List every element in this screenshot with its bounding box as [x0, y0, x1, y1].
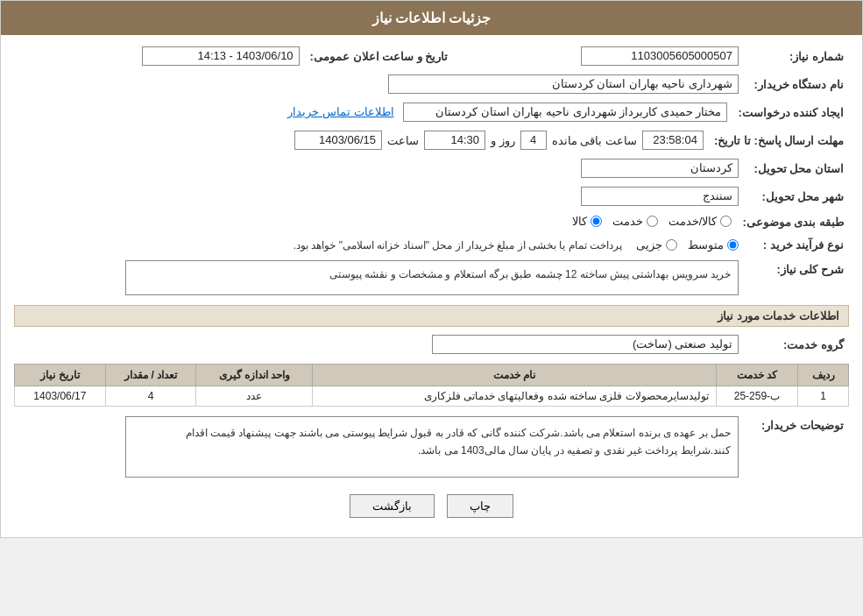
tarikh-value-cell: 1403/06/10 - 14:13 [14, 44, 305, 68]
tosif-value-cell: حمل بر عهده ی برنده استعلام می باشد.شرکت… [14, 414, 744, 480]
ostan-value-cell: کردستان [14, 156, 744, 181]
shomara-niaz-value: 1103005605000507 [581, 46, 739, 66]
row-ejad: ایجاد کننده درخواست: مختار حمیدی کاربردا… [14, 100, 849, 124]
farband-motovaset[interactable]: متوسط [688, 238, 739, 251]
row-shahr: شهر محل تحویل: سنندج [14, 184, 849, 209]
header-title: جزئیات اطلاعات نیاز [372, 11, 492, 25]
ostan-label: استان محل تحویل: [744, 156, 849, 181]
tabaqe-khedmat[interactable]: خدمت [612, 215, 658, 228]
mohlet-value-cell: 23:58:04 ساعت باقی مانده 4 روز و 14:30 س… [14, 128, 709, 152]
farband-jozi[interactable]: جزیی [636, 238, 677, 251]
row-farband: نوع فرآیند خرید : متوسط جزیی پرداخت تمام… [14, 236, 849, 254]
cell-name: تولیدسایرمحصولات فلزی ساخته شده وفعالیته… [313, 386, 716, 407]
col-vahed: واحد اندازه گیری [196, 365, 313, 386]
sharh-value: خرید سرویس بهداشتی پیش ساخته 12 چشمه طبق… [125, 260, 739, 295]
nam-dastgah-value-cell: شهرداری ناحیه بهاران استان کردستان [14, 72, 744, 96]
col-tedad: تعداد / مقدار [105, 365, 196, 386]
services-table: ردیف کد خدمت نام خدمت واحد اندازه گیری ت… [14, 364, 849, 407]
col-name: نام خدمت [313, 365, 716, 386]
row-tabaqe: طبقه بندی موضوعی: کالا/خدمت خدمت کالا [14, 212, 849, 232]
col-tarikh: تاریخ نیاز [15, 365, 106, 386]
tarikh-value: 1403/06/10 - 14:13 [142, 46, 300, 66]
page-header: جزئیات اطلاعات نیاز [1, 1, 862, 35]
cell-tedad: 4 [105, 386, 196, 407]
shahr-value: سنندج [581, 187, 739, 206]
ejad-link[interactable]: اطلاعات تماس خریدار [287, 105, 393, 118]
mohlet-saat-mande-value: 23:58:04 [642, 131, 704, 150]
tabaqe-options-cell: کالا/خدمت خدمت کالا [14, 212, 737, 232]
farband-radio-group: متوسط جزیی [636, 238, 739, 251]
gorohe-label: گروه خدمت: [744, 332, 849, 357]
tabaqe-label: طبقه بندی موضوعی: [737, 212, 849, 232]
cell-radif: 1 [798, 386, 849, 407]
ejad-value-cell: مختار حمیدی کاربرداز شهرداری ناحیه بهارا… [14, 100, 732, 124]
shahr-value-cell: سنندج [14, 184, 744, 209]
row-tosif: توضیحات خریدار: حمل بر عهده ی برنده استع… [14, 414, 849, 480]
mohlet-rooz-value: 4 [520, 131, 547, 150]
cell-tarikh: 1403/06/17 [15, 386, 106, 407]
nam-dastgah-label: نام دستگاه خریدار: [744, 72, 849, 96]
sharh-label: شرح کلی نیاز: [744, 258, 849, 298]
bazgasht-button[interactable]: بازگشت [350, 494, 435, 518]
ejad-label: ایجاد کننده درخواست: [732, 100, 849, 124]
sharh-value-cell: خرید سرویس بهداشتی پیش ساخته 12 چشمه طبق… [14, 258, 744, 298]
row-dastgah: نام دستگاه خریدار: شهرداری ناحیه بهاران … [14, 72, 849, 96]
chap-button[interactable]: چاپ [447, 494, 513, 518]
row-mohlet: مهلت ارسال پاسخ: تا تاریخ: 23:58:04 ساعت… [14, 128, 849, 152]
mohlet-saat-value: 14:30 [424, 131, 485, 150]
shahr-label: شهر محل تحویل: [744, 184, 849, 209]
table-row: 1 ب-259-25 تولیدسایرمحصولات فلزی ساخته ش… [15, 386, 849, 407]
row-shomara: شماره نیاز: 1103005605000507 تاریخ و ساع… [14, 44, 849, 68]
tarikh-label: تاریخ و ساعت اعلان عمومی: [305, 44, 454, 68]
shomara-niaz-label: شماره نیاز: [744, 44, 849, 68]
shomara-niaz-value-cell: 1103005605000507 [453, 44, 744, 68]
mohlet-saat-mande-label: ساعت باقی مانده [552, 134, 637, 147]
tosif-value: حمل بر عهده ی برنده استعلام می باشد.شرکت… [125, 416, 739, 478]
tabaqe-radio-group: کالا/خدمت خدمت کالا [572, 215, 732, 228]
ostan-value: کردستان [581, 159, 739, 178]
farband-label: نوع فرآیند خرید : [744, 236, 849, 254]
tosif-label: توضیحات خریدار: [744, 414, 849, 480]
col-code: کد خدمت [716, 365, 797, 386]
tabaqe-kala[interactable]: کالا [572, 215, 602, 228]
mohlet-rooz-label: روز و [491, 134, 515, 147]
cell-vahed: عدد [196, 386, 313, 407]
mohlet-label: مهلت ارسال پاسخ: تا تاریخ: [709, 128, 849, 152]
gorohe-value-cell: تولید صنعتی (ساخت) [14, 332, 744, 357]
row-sharh: شرح کلی نیاز: خرید سرویس بهداشتی پیش ساخ… [14, 258, 849, 298]
ejad-value: مختار حمیدی کاربرداز شهرداری ناحیه بهارا… [403, 103, 727, 122]
mohlet-saat-label: ساعت [387, 134, 419, 147]
tabaqe-kala-khedmat[interactable]: کالا/خدمت [668, 215, 732, 228]
cell-code: ب-259-25 [716, 386, 797, 407]
row-ostan: استان محل تحویل: کردستان [14, 156, 849, 181]
farband-note: پرداخت تمام یا بخشی از مبلغ خریدار از مح… [294, 239, 622, 251]
col-radif: ردیف [798, 365, 849, 386]
button-area: چاپ بازگشت [14, 484, 849, 528]
mohlet-date-value: 1403/06/15 [294, 131, 382, 150]
gorohe-value: تولید صنعتی (ساخت) [432, 335, 739, 354]
content-area: شماره نیاز: 1103005605000507 تاریخ و ساع… [1, 35, 862, 537]
row-gorohe: گروه خدمت: تولید صنعتی (ساخت) [14, 332, 849, 357]
khadamat-section-title: اطلاعات خدمات مورد نیاز [14, 305, 849, 327]
page-wrapper: جزئیات اطلاعات نیاز شماره نیاز: 11030056… [0, 0, 863, 538]
farband-options-cell: متوسط جزیی پرداخت تمام یا بخشی از مبلغ خ… [14, 236, 744, 254]
nam-dastgah-value: شهرداری ناحیه بهاران استان کردستان [388, 74, 739, 94]
